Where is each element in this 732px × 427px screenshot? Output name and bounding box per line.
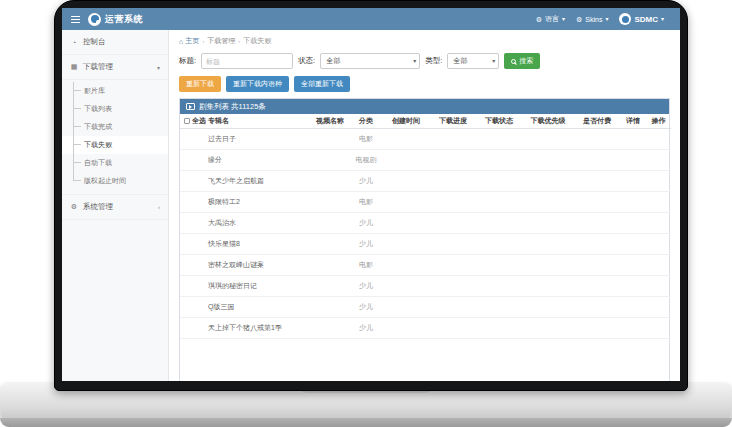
cell (180, 275, 206, 296)
chevron-left-icon: ‹ (158, 204, 160, 210)
episode-list-panel: 剧集列表 共11125条 全选专辑名视频名称分类创建时间下载进度下载状态下载优先… (179, 98, 670, 381)
download-manager-icon: ▦ (70, 63, 78, 71)
cell (522, 296, 574, 317)
sidebar-item-system-mgmt[interactable]: ⚙ 系统管理 ‹ (62, 195, 168, 220)
sidebar-subitem[interactable]: 影片库 (62, 82, 168, 100)
column-header: 下载状态 (476, 114, 522, 128)
skins-dropdown[interactable]: ⚙ Skins ▾ (576, 16, 608, 23)
type-select[interactable]: 全部 ▾ (447, 53, 499, 69)
top-navbar: 运营系统 ⚙ 语言 ▾ ⚙ Skins ▾ SDMC ▾ (62, 8, 680, 30)
album-cell: 极限特工2 (206, 191, 310, 212)
sidebar-subitem[interactable]: 下载失败 (62, 136, 168, 154)
cell (574, 317, 620, 338)
column-header: 专辑名 (206, 114, 310, 128)
user-name: SDMC (634, 15, 658, 24)
cell (574, 149, 620, 170)
table-row: Q版三国少儿 (180, 296, 671, 317)
cell (382, 212, 430, 233)
album-cell: 天上掉下个猪八戒第1季 (206, 317, 310, 338)
status-select[interactable]: 全部 ▾ (320, 53, 420, 69)
skins-label: Skins (585, 16, 602, 23)
cell (574, 212, 620, 233)
breadcrumb-section-link[interactable]: 下载管理 (207, 36, 235, 46)
cell (522, 212, 574, 233)
cell (620, 317, 646, 338)
episode-table: 全选专辑名视频名称分类创建时间下载进度下载状态下载优先级是否付费详情操作 过去日… (180, 114, 671, 339)
table-row: 快乐星猫8少儿 (180, 233, 671, 254)
cell (522, 128, 574, 149)
chevron-down-icon: ▾ (492, 58, 495, 64)
column-header: 详情 (620, 114, 646, 128)
cell (180, 254, 206, 275)
category-cell: 电影 (350, 128, 382, 149)
title-filter-label: 标题: (179, 56, 196, 66)
sidebar-toggle-button[interactable] (62, 8, 88, 30)
chevron-down-icon: ▾ (413, 58, 416, 64)
gear-icon: ⚙ (536, 16, 542, 23)
sidebar-subitem[interactable]: 版权起止时间 (62, 172, 168, 190)
redownload-language-button[interactable]: 重新下载内语种 (226, 76, 289, 92)
cell (522, 170, 574, 191)
redownload-button[interactable]: 重新下载 (179, 76, 221, 92)
cell (646, 233, 671, 254)
home-icon: ⌂ (179, 38, 183, 45)
sidebar-item-console[interactable]: ◔ 控制台 (62, 30, 168, 55)
cell (620, 191, 646, 212)
album-cell: 缘分 (206, 149, 310, 170)
cell (476, 212, 522, 233)
user-menu[interactable]: SDMC ▾ (619, 13, 664, 25)
column-header: 下载进度 (430, 114, 476, 128)
cell (620, 275, 646, 296)
type-filter-label: 类型: (425, 56, 442, 66)
redownload-all-button[interactable]: 全部重新下载 (294, 76, 350, 92)
category-cell: 少儿 (350, 275, 382, 296)
navbar-right: ⚙ 语言 ▾ ⚙ Skins ▾ SDMC ▾ (536, 13, 680, 25)
brand-title: 运营系统 (105, 13, 143, 26)
chevron-down-icon: ▾ (157, 64, 160, 71)
cell (522, 191, 574, 212)
breadcrumb-separator: › (202, 38, 204, 44)
panel-header: 剧集列表 共11125条 (180, 99, 669, 114)
cell (430, 254, 476, 275)
cell (430, 170, 476, 191)
breadcrumb-separator: › (238, 38, 240, 44)
table-row: 过去日子电影 (180, 128, 671, 149)
cell (310, 128, 350, 149)
cell (522, 254, 574, 275)
breadcrumb-home-link[interactable]: ⌂ 主页 (179, 36, 199, 46)
search-button[interactable]: 搜索 (504, 53, 540, 69)
title-filter-input[interactable] (201, 53, 293, 69)
sidebar-subitem[interactable]: 下载列表 (62, 100, 168, 118)
chevron-down-icon: ▾ (661, 16, 664, 22)
breadcrumb-current: 下载失败 (243, 36, 271, 46)
sidebar-subitem[interactable]: 自动下载 (62, 154, 168, 172)
sidebar-subitem[interactable]: 下载完成 (62, 118, 168, 136)
table-row: 琪琪的秘密日记少儿 (180, 275, 671, 296)
cell (620, 170, 646, 191)
cell (430, 296, 476, 317)
breadcrumb: ⌂ 主页 › 下载管理 › 下载失败 (179, 30, 670, 49)
cell (430, 149, 476, 170)
table-row: 密林之双峰山谜案电影 (180, 254, 671, 275)
category-cell: 少儿 (350, 170, 382, 191)
category-cell: 少儿 (350, 296, 382, 317)
cell (574, 296, 620, 317)
table-row: 缘分电视剧 (180, 149, 671, 170)
cell (522, 275, 574, 296)
table-body: 过去日子电影缘分电视剧飞天少年之启航篇少儿极限特工2电影大禹治水少儿快乐星猫8少… (180, 128, 671, 338)
cell (310, 149, 350, 170)
language-dropdown[interactable]: ⚙ 语言 ▾ (536, 14, 565, 24)
sidebar-item-download-mgmt[interactable]: ▦ 下载管理 ▾ (62, 55, 168, 80)
select-all-checkbox[interactable] (184, 118, 190, 124)
cell (382, 191, 430, 212)
search-icon (511, 59, 516, 64)
cell (382, 128, 430, 149)
cell (646, 296, 671, 317)
album-cell: 琪琪的秘密日记 (206, 275, 310, 296)
cell (310, 296, 350, 317)
column-header: 创建时间 (382, 114, 430, 128)
category-cell: 电影 (350, 254, 382, 275)
cell (574, 191, 620, 212)
cell (382, 275, 430, 296)
brand-logo-icon (88, 13, 101, 26)
